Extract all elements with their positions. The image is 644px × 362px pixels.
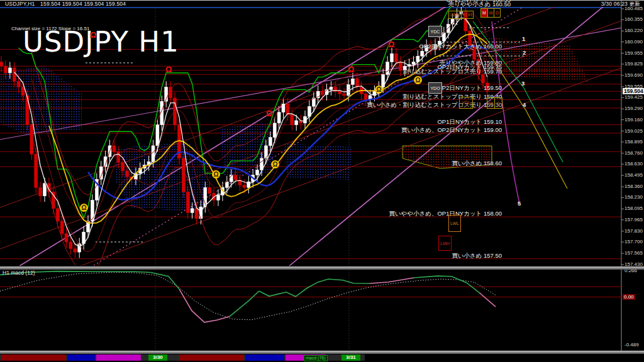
price-tick: 158.095 xyxy=(625,206,643,211)
ohlc-quotes: 159.504 159.504 159.504 159.504 xyxy=(40,1,126,7)
price-tick: 160.220 xyxy=(625,28,643,33)
omega-buy-marker-icon: Ω xyxy=(414,76,422,84)
timeline-date-label: 3/30 xyxy=(148,354,167,361)
wave-count-label: 3 xyxy=(521,80,525,87)
price-tick: 160.485 xyxy=(625,6,643,11)
price-tick: 159.160 xyxy=(625,118,643,123)
pivot-box-d: D xyxy=(494,8,501,18)
current-price-tag: 159.504 xyxy=(623,88,644,94)
omega-sell-marker-icon: Ω xyxy=(165,65,172,74)
price-tick: 158.895 xyxy=(625,140,643,145)
session-segment xyxy=(96,354,141,361)
macd-main-line xyxy=(479,293,496,307)
price-tick: 158.495 xyxy=(625,173,643,178)
price-annotation: 買い小さめ 158.60 xyxy=(452,160,502,168)
omega-buy-marker-icon: Ω xyxy=(375,85,383,94)
price-tick: 159.025 xyxy=(625,129,643,134)
wave-count-label: 2 xyxy=(523,49,526,56)
price-tick: 158.230 xyxy=(625,195,643,200)
omega-sell-marker-icon: Ω xyxy=(388,40,394,49)
price-tick: 157.565 xyxy=(625,251,643,256)
price-tick: 158.760 xyxy=(625,151,643,156)
price-tick: 159.955 xyxy=(625,51,643,56)
price-tick: 158.630 xyxy=(625,162,643,167)
chart-header: USDJPY,H1 159.504 159.504 159.504 159.50… xyxy=(5,1,126,7)
trading-chart-window: USDJPY,H1 159.504 159.504 159.504 159.50… xyxy=(0,0,644,362)
chart-watermark-title: USDJPY H1 xyxy=(23,25,179,58)
price-tick: 159.825 xyxy=(625,62,643,67)
session-segment xyxy=(67,354,95,361)
price-annotation: OP1日NYカット 159.10 xyxy=(437,118,502,126)
macd-tick: -0.489 xyxy=(625,343,639,348)
price-annotation: OP2日NYカット 159.50 xyxy=(437,84,502,92)
pivot-box-d: D xyxy=(494,97,502,109)
wave-count-label: 1 xyxy=(522,35,525,42)
pivot-box-ydo: YDO xyxy=(428,82,442,94)
session-timeline-bar[interactable]: 3/303/31macd (76) xyxy=(0,354,644,362)
price-tick: 159.290 xyxy=(625,106,643,111)
omega-buy-marker-icon: Ω xyxy=(80,204,88,212)
omega-buy-marker-icon: Ω xyxy=(212,170,220,178)
timeline-date-label: 3/31 xyxy=(341,354,360,361)
pivot-box-ydh: YDH xyxy=(461,11,474,19)
omega-sell-marker-icon: Ω xyxy=(348,65,354,74)
price-tick: 160.355 xyxy=(625,17,643,22)
price-tick: 159.425 xyxy=(625,95,643,100)
wave-count-label: 5 xyxy=(518,200,521,207)
price-tick: 157.830 xyxy=(625,229,643,234)
pivot-box-lwh: LWH xyxy=(448,11,462,19)
price-tick: 158.360 xyxy=(625,184,643,189)
price-tick: 157.965 xyxy=(625,217,643,222)
omega-sell-marker-icon: Ω xyxy=(266,109,272,118)
price-tick: 159.690 xyxy=(625,73,643,78)
price-annotation: 売りやや小さめ 160.50 xyxy=(448,1,511,9)
price-annotation: 買い小さめ・割り込むとストップロス売り 159.30 xyxy=(367,101,502,109)
macd-panel-group xyxy=(0,272,621,322)
session-segment xyxy=(1,354,66,361)
wave-count-label: 4 xyxy=(523,101,526,108)
macd-main-line xyxy=(414,276,479,292)
macd-main-line xyxy=(179,289,230,322)
pivot-box-lwl: LWL xyxy=(448,215,461,232)
macd-zero-tag: 0.00 xyxy=(623,294,635,300)
price-annotation: 割り込むとストップロス売り 159.70 xyxy=(403,68,502,76)
omega-buy-marker-icon: Ω xyxy=(271,160,279,168)
price-tick: 157.700 xyxy=(625,239,643,244)
macd-signal-line xyxy=(0,272,496,320)
price-annotation: 買いやや小さめ、OP1日NYカット 158.00 xyxy=(389,210,502,218)
omega-sell-marker-icon: Ω xyxy=(90,30,96,40)
price-annotation: 買い小さめ、OP2日NYカット 159.00 xyxy=(401,126,502,134)
pivot-box-lmh: LMH xyxy=(438,236,452,251)
session-segment xyxy=(245,354,284,361)
pivot-box-ydl: YDL xyxy=(459,97,473,109)
price-tick: 160.090 xyxy=(625,40,643,45)
symbol-timeframe-label: USDJPY,H1 xyxy=(5,1,35,7)
macd-indicator-label: H1 macd (12) xyxy=(3,270,35,276)
price-annotation: 買い小さめ 157.50 xyxy=(452,252,502,260)
macd-main-line xyxy=(370,278,414,283)
timeline-macd-tag: macd (76) xyxy=(304,355,328,361)
pivot-box-ydc: YDC xyxy=(428,26,442,37)
panel-separator[interactable] xyxy=(0,266,644,270)
price-annotation: OP2日NYカット大きめ 160.00 xyxy=(419,43,502,51)
session-segment xyxy=(179,354,244,361)
